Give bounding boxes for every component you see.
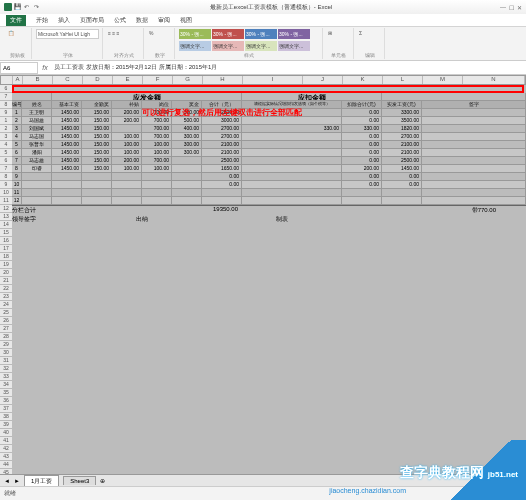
- empty-cells[interactable]: [12, 225, 526, 475]
- table-row[interactable]: 3刘国斌1450.00150.00700.00400.002700.00330.…: [12, 125, 526, 133]
- table-row[interactable]: 8印睿1450.00150.00100.00100.001650.00200.0…: [12, 165, 526, 173]
- ribbon-number: % 数字: [145, 28, 175, 59]
- row-headers[interactable]: 6789123456789101112131415161718192021222…: [0, 85, 12, 500]
- menu-layout[interactable]: 页面布局: [80, 16, 104, 25]
- align-buttons[interactable]: ≡ ≡ ≡: [107, 29, 140, 37]
- status-ready: 就绪: [4, 489, 16, 498]
- table-row[interactable]: 90.000.000.00: [12, 173, 526, 181]
- maximize-icon[interactable]: ☐: [509, 4, 514, 11]
- menu-bar: 文件 开始 插入 页面布局 公式 数据 审阅 视图: [0, 14, 526, 27]
- tab-sheet3[interactable]: Sheet3: [63, 476, 96, 485]
- ribbon-editing: Σ 编辑: [355, 28, 385, 59]
- ribbon-font: Microsoft YaHei UI Ligh 字体: [33, 28, 103, 59]
- autosum[interactable]: Σ: [358, 29, 381, 37]
- style-gallery[interactable]: 30% - 强... 30% - 强... 30% - 强... 30% - 强…: [179, 29, 319, 52]
- annotation-text: 可以进行复选，然后用左键双击进行全部匹配: [142, 107, 302, 118]
- name-box[interactable]: A6: [0, 62, 38, 74]
- watermark-main: 查字典教程网 jb51.net: [400, 464, 518, 482]
- style-cell[interactable]: 强调文字...: [179, 41, 211, 51]
- ribbon-cells: ⊞ 单元格: [324, 28, 354, 59]
- section-due: 应发金额: [52, 93, 242, 101]
- menu-data[interactable]: 数据: [136, 16, 148, 25]
- ribbon: 📋 剪贴板 Microsoft YaHei UI Ligh 字体 ≡ ≡ ≡ 对…: [0, 27, 526, 61]
- number-format[interactable]: %: [148, 29, 171, 37]
- paste-button[interactable]: 📋: [7, 29, 28, 37]
- fx-icon[interactable]: fx: [38, 64, 52, 71]
- table-row[interactable]: 4马志国1450.00150.00100.00700.00300.002700.…: [12, 133, 526, 141]
- worksheet[interactable]: AB CD EF GH IJ KL MN 6789123456789101112…: [0, 75, 526, 475]
- font-name-input[interactable]: Microsoft YaHei UI Ligh: [36, 29, 99, 39]
- table-row[interactable]: 6潘阳1450.00150.00100.00100.00300.002100.0…: [12, 149, 526, 157]
- table-row[interactable]: 5张普华1450.00150.00100.00100.00300.002100.…: [12, 141, 526, 149]
- ribbon-clipboard: 📋 剪贴板: [4, 28, 32, 59]
- table-row[interactable]: 2马国鑫1450.00150.00200.00700.00500.003000.…: [12, 117, 526, 125]
- formula-input[interactable]: 员工工资表 发放日期：2015年2月12日 所属日期：2015年1月: [52, 63, 526, 72]
- ribbon-styles: 30% - 强... 30% - 强... 30% - 强... 30% - 强…: [176, 28, 323, 59]
- sheet-title-row: [12, 85, 526, 93]
- style-cell[interactable]: 30% - 强...: [278, 29, 310, 39]
- menu-view[interactable]: 视图: [180, 16, 192, 25]
- formula-bar: A6 fx 员工工资表 发放日期：2015年2月12日 所属日期：2015年1月: [0, 61, 526, 75]
- table-row[interactable]: 12: [12, 197, 526, 205]
- table-row[interactable]: 11: [12, 189, 526, 197]
- tab-next-icon[interactable]: ►: [14, 478, 20, 484]
- redo-icon[interactable]: ↷: [34, 3, 42, 11]
- menu-insert[interactable]: 插入: [58, 16, 70, 25]
- tab-prev-icon[interactable]: ◄: [4, 478, 10, 484]
- close-icon[interactable]: ✕: [517, 4, 522, 11]
- signature-row: 领导签字 出纳 制表: [12, 215, 526, 225]
- menu-formula[interactable]: 公式: [114, 16, 126, 25]
- grid[interactable]: 应发金额 应扣金额 可以进行复选，然后用左键双击进行全部匹配 编号 姓名 基本工…: [12, 85, 526, 475]
- style-cell[interactable]: 30% - 强...: [212, 29, 244, 39]
- watermark-url: jiaocheng.chazidian.com: [329, 487, 406, 494]
- style-cell[interactable]: 30% - 强...: [179, 29, 211, 39]
- style-cell[interactable]: 强调文字...: [245, 41, 277, 51]
- window-title: 最新员工excel工资表模板（普通模板）- Excel: [42, 3, 500, 12]
- table-row[interactable]: 100.000.000.00: [12, 181, 526, 189]
- section-deduct: 应扣金额: [242, 93, 382, 101]
- menu-home[interactable]: 开始: [36, 16, 48, 25]
- menu-review[interactable]: 审阅: [158, 16, 170, 25]
- menu-file[interactable]: 文件: [6, 15, 26, 26]
- undo-icon[interactable]: ↶: [24, 3, 32, 11]
- style-cell[interactable]: 强调文字...: [212, 41, 244, 51]
- add-sheet-icon[interactable]: ⊕: [100, 477, 105, 484]
- insert-cells[interactable]: ⊞: [327, 29, 350, 37]
- title-bar: 💾 ↶ ↷ 最新员工excel工资表模板（普通模板）- Excel — ☐ ✕: [0, 0, 526, 14]
- ribbon-align: ≡ ≡ ≡ 对齐方式: [104, 28, 144, 59]
- style-cell[interactable]: 30% - 强...: [245, 29, 277, 39]
- style-cell[interactable]: 强调文字...: [278, 41, 310, 51]
- table-row[interactable]: 7马志鑫1450.00150.00200.00700.002500.000.00…: [12, 157, 526, 165]
- minimize-icon[interactable]: —: [500, 4, 506, 11]
- subtotal-row: 分栏合计 19350.00 带770.00: [12, 205, 526, 215]
- excel-icon: [4, 3, 12, 11]
- tab-sheet1[interactable]: 1月工资: [24, 475, 59, 487]
- save-icon[interactable]: 💾: [14, 3, 22, 11]
- column-headers[interactable]: AB CD EF GH IJ KL MN: [0, 75, 526, 85]
